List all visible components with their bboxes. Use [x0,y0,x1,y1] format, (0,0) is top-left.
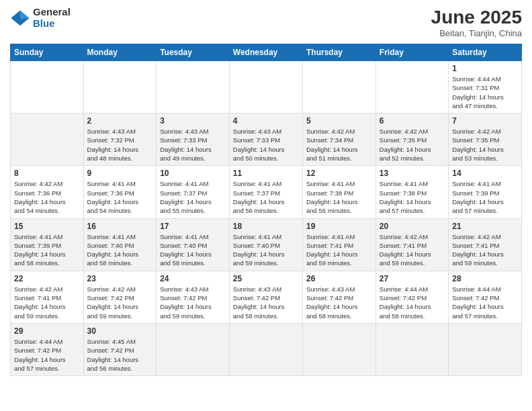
logo-blue-text: Blue [33,18,71,30]
calendar-day-24: 24Sunrise: 4:43 AM Sunset: 7:42 PM Dayli… [157,271,230,323]
calendar-day-16: 16Sunrise: 4:41 AM Sunset: 7:40 PM Dayli… [83,218,157,271]
empty-cell [302,61,375,113]
calendar-day-8: 8Sunrise: 4:42 AM Sunset: 7:36 PM Daylig… [11,166,84,218]
empty-cell [83,61,157,113]
calendar-header-saturday: Saturday [449,44,522,61]
calendar-day-7: 7Sunrise: 4:42 AM Sunset: 7:35 PM Daylig… [449,113,522,166]
calendar-header-sunday: Sunday [11,44,84,61]
empty-cell [157,323,230,375]
calendar-day-13: 13Sunrise: 4:41 AM Sunset: 7:38 PM Dayli… [375,166,448,218]
page: General Blue June 2025 Beitan, Tianjin, … [0,0,532,411]
empty-cell [157,61,230,113]
calendar-day-25: 25Sunrise: 4:43 AM Sunset: 7:42 PM Dayli… [229,271,302,323]
main-title: June 2025 [431,7,522,28]
header: General Blue June 2025 Beitan, Tianjin, … [10,7,522,38]
calendar-day-1: 1Sunrise: 4:44 AM Sunset: 7:31 PM Daylig… [449,61,522,113]
calendar-day-20: 20Sunrise: 4:42 AM Sunset: 7:41 PM Dayli… [375,218,448,271]
logo-icon [10,8,30,28]
svg-marker-2 [11,10,21,19]
calendar-header-friday: Friday [375,44,448,61]
logo: General Blue [10,7,71,29]
calendar-day-27: 27Sunrise: 4:44 AM Sunset: 7:42 PM Dayli… [375,271,448,323]
calendar-day-28: 28Sunrise: 4:44 AM Sunset: 7:42 PM Dayli… [449,271,522,323]
calendar-day-10: 10Sunrise: 4:41 AM Sunset: 7:37 PM Dayli… [157,166,230,218]
calendar-day-23: 23Sunrise: 4:42 AM Sunset: 7:42 PM Dayli… [83,271,157,323]
empty-cell [375,61,448,113]
empty-cell [229,323,302,375]
calendar-table: SundayMondayTuesdayWednesdayThursdayFrid… [10,44,522,376]
calendar-day-22: 22Sunrise: 4:42 AM Sunset: 7:41 PM Dayli… [11,271,84,323]
calendar-day-29: 29Sunrise: 4:44 AM Sunset: 7:42 PM Dayli… [11,323,84,375]
calendar-day-4: 4Sunrise: 4:43 AM Sunset: 7:33 PM Daylig… [229,113,302,166]
title-block: June 2025 Beitan, Tianjin, China [431,7,522,38]
calendar-day-2: 2Sunrise: 4:43 AM Sunset: 7:32 PM Daylig… [83,113,157,166]
empty-cell [302,323,375,375]
calendar-day-21: 21Sunrise: 4:42 AM Sunset: 7:41 PM Dayli… [449,218,522,271]
empty-cell [375,323,448,375]
calendar-header-monday: Monday [83,44,157,61]
calendar-header-row: SundayMondayTuesdayWednesdayThursdayFrid… [11,44,522,61]
calendar-day-11: 11Sunrise: 4:41 AM Sunset: 7:37 PM Dayli… [229,166,302,218]
calendar-header-thursday: Thursday [302,44,375,61]
calendar-day-18: 18Sunrise: 4:41 AM Sunset: 7:40 PM Dayli… [229,218,302,271]
empty-cell [449,323,522,375]
calendar-day-12: 12Sunrise: 4:41 AM Sunset: 7:38 PM Dayli… [302,166,375,218]
logo-text: General Blue [33,7,71,29]
calendar-day-5: 5Sunrise: 4:42 AM Sunset: 7:34 PM Daylig… [302,113,375,166]
calendar-header-wednesday: Wednesday [229,44,302,61]
calendar-day-14: 14Sunrise: 4:41 AM Sunset: 7:39 PM Dayli… [449,166,522,218]
calendar-header-tuesday: Tuesday [157,44,230,61]
calendar-day-6: 6Sunrise: 4:42 AM Sunset: 7:35 PM Daylig… [375,113,448,166]
calendar-day-19: 19Sunrise: 4:41 AM Sunset: 7:41 PM Dayli… [302,218,375,271]
empty-cell [11,61,84,113]
calendar-day-3: 3Sunrise: 4:43 AM Sunset: 7:33 PM Daylig… [157,113,230,166]
calendar-day-26: 26Sunrise: 4:43 AM Sunset: 7:42 PM Dayli… [302,271,375,323]
calendar-day-9: 9Sunrise: 4:41 AM Sunset: 7:36 PM Daylig… [83,166,157,218]
calendar-day-17: 17Sunrise: 4:41 AM Sunset: 7:40 PM Dayli… [157,218,230,271]
empty-cell [11,113,84,166]
subtitle: Beitan, Tianjin, China [431,28,522,38]
calendar-day-15: 15Sunrise: 4:41 AM Sunset: 7:39 PM Dayli… [11,218,84,271]
logo-general-text: General [33,7,71,18]
calendar-day-30: 30Sunrise: 4:45 AM Sunset: 7:42 PM Dayli… [83,323,157,375]
empty-cell [229,61,302,113]
svg-marker-1 [20,10,30,19]
